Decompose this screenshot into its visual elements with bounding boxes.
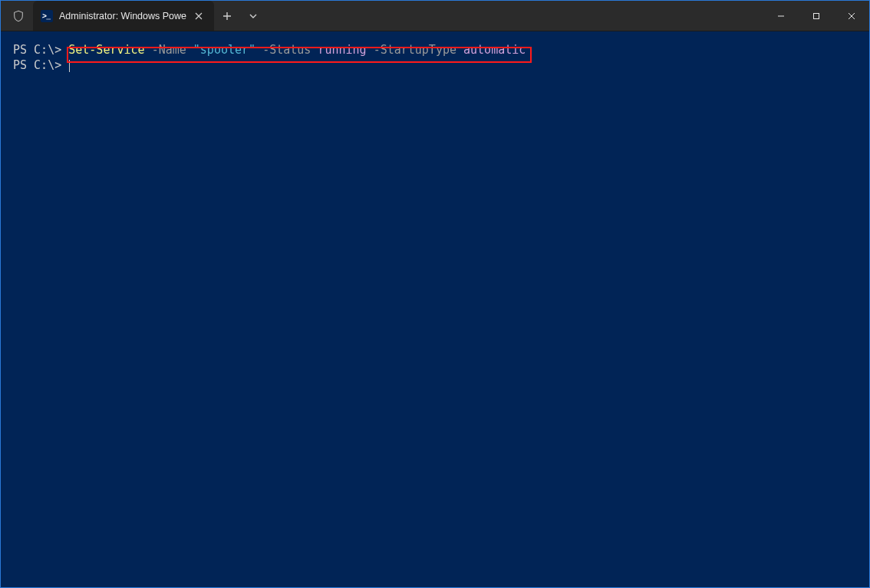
svg-rect-0 xyxy=(814,14,819,19)
token-param: -Status xyxy=(262,43,311,57)
cursor xyxy=(69,60,70,72)
close-button[interactable] xyxy=(834,1,869,31)
shield-icon xyxy=(12,9,25,23)
window-controls xyxy=(763,1,869,31)
powershell-icon: >_ xyxy=(41,10,53,22)
terminal-line: PS C:\> xyxy=(13,57,857,73)
titlebar-left: >_ Administrator: Windows Powe xyxy=(1,1,266,31)
prompt: PS C:\> xyxy=(13,43,68,57)
tab-dropdown-button[interactable] xyxy=(240,11,266,21)
titlebar-drag-area[interactable] xyxy=(266,1,763,31)
token-plain xyxy=(255,43,262,57)
token-string: "spooler" xyxy=(193,43,255,57)
token-arg: running xyxy=(318,43,366,57)
terminal-window: >_ Administrator: Windows Powe xyxy=(0,0,870,588)
terminal-line: PS C:\> Set-Service -Name "spooler" -Sta… xyxy=(13,42,857,57)
tab-close-button[interactable] xyxy=(191,8,206,24)
token-plain xyxy=(186,43,193,57)
token-param: -StartupType xyxy=(374,43,456,57)
prompt: PS C:\> xyxy=(13,58,68,72)
titlebar[interactable]: >_ Administrator: Windows Powe xyxy=(1,1,869,31)
token-plain xyxy=(456,43,463,57)
minimize-button[interactable] xyxy=(763,1,799,31)
token-param: -Name xyxy=(152,43,186,57)
active-tab[interactable]: >_ Administrator: Windows Powe xyxy=(33,1,214,31)
terminal-body[interactable]: PS C:\> Set-Service -Name "spooler" -Sta… xyxy=(1,31,869,587)
new-tab-button[interactable] xyxy=(214,11,240,21)
token-cmdlet: Set-Service xyxy=(68,43,144,57)
token-plain xyxy=(367,43,374,57)
maximize-button[interactable] xyxy=(799,1,834,31)
token-arg: automatic xyxy=(463,43,526,57)
token-plain xyxy=(145,43,152,57)
tab-title: Administrator: Windows Powe xyxy=(59,11,186,21)
